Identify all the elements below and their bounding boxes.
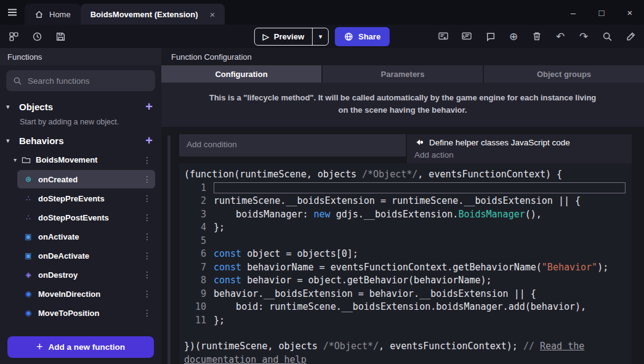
objects-section[interactable]: ▾ Objects +	[6, 97, 155, 116]
preview-options-icon[interactable]: ▾	[312, 28, 328, 45]
maximize-icon[interactable]: □	[587, 7, 616, 18]
sidebar-function-movetoposition[interactable]: ◉MoveToPosition⋮	[17, 304, 155, 322]
code-line-9: 9behavior.__boidsExtension = behavior.__…	[183, 287, 626, 301]
sidebar-function-onactivate[interactable]: ▣onActivate⋮	[17, 227, 155, 246]
chevron-down-icon[interactable]: ▾	[14, 156, 17, 163]
line-number: 2	[183, 195, 206, 206]
behavior-folder-label: BoidsMovement	[36, 155, 97, 164]
more-options-icon[interactable]: ⋮	[139, 270, 155, 280]
function-type-icon: ▣	[23, 251, 33, 260]
tab-object-groups[interactable]: Object groups	[484, 65, 644, 83]
code-line-5: 5	[183, 234, 626, 248]
documentation-link[interactable]: documentation and help	[184, 354, 307, 364]
code-text: const object = objects[0];	[206, 248, 358, 259]
plus-icon: +	[36, 341, 43, 354]
code-line-7: 7const behaviorName = eventsFunctionCont…	[183, 261, 626, 274]
add-event-icon[interactable]	[437, 30, 449, 42]
history-icon[interactable]	[31, 30, 43, 42]
more-options-icon[interactable]: ⋮	[139, 308, 155, 318]
function-type-icon: ◈	[23, 270, 33, 279]
more-options-icon[interactable]: ⋮	[139, 155, 155, 165]
more-options-icon[interactable]: ⋮	[139, 251, 155, 261]
close-window-icon[interactable]: ×	[616, 7, 644, 18]
code-lines: 12runtimeScene.__boidsExtension = runtim…	[183, 181, 626, 327]
page-title: Function Configuration	[161, 48, 644, 65]
share-button[interactable]: Share	[335, 27, 390, 46]
search-functions-box[interactable]	[6, 70, 155, 91]
sidebar-title: Functions	[0, 48, 161, 65]
sidebar-function-moveindirection[interactable]: ◉MoveInDirection⋮	[17, 285, 155, 303]
search-functions-input[interactable]	[28, 76, 148, 86]
sidebar: Functions ▾ Objects + Start by adding a …	[0, 48, 161, 364]
add-action-button[interactable]: Add action	[414, 150, 624, 160]
documentation-link[interactable]: Read the	[540, 341, 584, 352]
tab-extension-label: BoidsMovement (Extension)	[91, 10, 198, 19]
add-subevent-icon[interactable]	[461, 30, 473, 42]
code-text: boidsManager: new gdjs.__boidsExtension.…	[206, 209, 542, 220]
function-type-icon: ∴	[23, 213, 33, 222]
sidebar-function-ondeactivate[interactable]: ▣onDeActivate⋮	[17, 246, 155, 265]
behaviors-section[interactable]: ▾ Behaviors +	[6, 131, 155, 150]
line-number: 8	[183, 275, 206, 286]
chevron-down-icon[interactable]: ▾	[6, 103, 14, 111]
tab-parameters[interactable]: Parameters	[323, 65, 484, 83]
sidebar-function-dosteppostevents[interactable]: ∴doStepPostEvents⋮	[17, 208, 155, 227]
function-label: onActivate	[38, 232, 79, 241]
tab-configuration[interactable]: Configuration	[161, 65, 323, 83]
edit-icon[interactable]	[624, 30, 637, 42]
more-options-icon[interactable]: ⋮	[139, 232, 155, 241]
delete-icon[interactable]	[531, 30, 543, 42]
function-label: doStepPostEvents	[38, 213, 109, 222]
function-label: doStepPreEvents	[38, 194, 105, 203]
events-sheet: Add condition Define helper classes Java…	[161, 127, 644, 364]
more-options-icon[interactable]: ⋮	[139, 212, 155, 222]
choose-event-icon[interactable]: ⊕	[507, 30, 520, 42]
function-label: onDestroy	[38, 270, 78, 280]
chevron-down-icon[interactable]: ▾	[6, 137, 14, 145]
search-icon	[13, 76, 22, 86]
search-icon[interactable]	[601, 30, 613, 42]
function-label: MoveToPosition	[38, 309, 99, 318]
code-line-1: 1	[183, 181, 626, 195]
menu-icon[interactable]	[0, 0, 25, 25]
toolbar: ▷ Preview ▾ Share ⊕ ↶ ↷	[0, 25, 644, 48]
comment-icon[interactable]	[484, 30, 496, 42]
tab-extension[interactable]: BoidsMovement (Extension) ×	[81, 4, 225, 25]
code-footer-line: })(runtimeScene, objects /*Object*/, eve…	[183, 339, 626, 353]
add-condition-button[interactable]: Add condition	[179, 134, 406, 156]
line-number: 9	[183, 288, 206, 299]
behavior-folder-boidsmovement[interactable]: ▾ BoidsMovement ⋮	[6, 150, 155, 169]
sidebar-function-ondestroy[interactable]: ◈onDestroy⋮	[17, 265, 155, 284]
project-manager-icon[interactable]	[7, 30, 20, 42]
undo-icon[interactable]: ↶	[554, 30, 566, 42]
share-globe-icon	[344, 32, 353, 41]
preview-button[interactable]: ▷ Preview ▾	[254, 28, 329, 46]
redo-icon[interactable]: ↷	[578, 30, 590, 42]
line-number: 3	[183, 209, 206, 220]
tab-home[interactable]: Home	[25, 4, 81, 25]
function-type-icon: ⊛	[23, 175, 33, 184]
function-list: ⊛onCreated⋮∴doStepPreEvents⋮∴doStepPostE…	[6, 170, 155, 322]
js-code-event-icon	[414, 137, 424, 147]
event-drag-handle[interactable]	[167, 135, 171, 364]
code-line-3: 3 boidsManager: new gdjs.__boidsExtensio…	[183, 208, 626, 221]
save-icon[interactable]	[54, 30, 66, 42]
function-label: onDeActivate	[38, 251, 89, 261]
sidebar-function-oncreated[interactable]: ⊛onCreated⋮	[17, 170, 155, 188]
add-object-icon[interactable]: +	[145, 100, 155, 114]
code-cursor-line[interactable]	[214, 182, 626, 193]
line-number: 4	[183, 222, 206, 233]
code-text: };	[206, 222, 225, 233]
more-options-icon[interactable]: ⋮	[139, 193, 155, 203]
code-editor[interactable]: (function(runtimeScene, objects /*Object…	[179, 163, 632, 364]
objects-empty-hint: Start by adding a new object.	[6, 116, 155, 131]
code-line-11: 11};	[183, 313, 626, 327]
add-function-button[interactable]: + Add a new function	[7, 336, 154, 358]
more-options-icon[interactable]: ⋮	[139, 174, 155, 184]
js-event-header: Define helper classes JavaScript code Ad…	[407, 134, 632, 163]
close-tab-icon[interactable]: ×	[209, 9, 215, 20]
sidebar-function-dosteppreevents[interactable]: ∴doStepPreEvents⋮	[17, 189, 155, 208]
minimize-icon[interactable]: –	[559, 7, 587, 18]
more-options-icon[interactable]: ⋮	[139, 289, 155, 299]
add-behavior-icon[interactable]: +	[145, 134, 155, 148]
